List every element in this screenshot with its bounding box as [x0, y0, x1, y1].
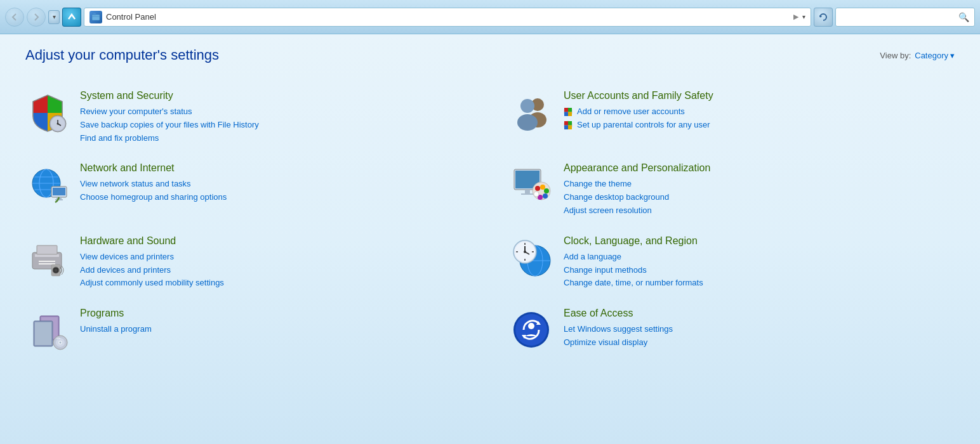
nav-dropdown-button[interactable]: ▾: [48, 10, 60, 24]
svg-rect-17: [564, 108, 568, 112]
svg-point-12: [56, 122, 58, 124]
category-system-security: System and Security Review your computer…: [25, 81, 471, 153]
svg-rect-21: [564, 121, 568, 126]
link-add-devices[interactable]: Add devices and printers: [80, 264, 471, 277]
svg-point-72: [59, 341, 61, 343]
clock-name[interactable]: Clock, Language, and Region: [564, 235, 955, 247]
system-security-name[interactable]: System and Security: [80, 90, 471, 101]
category-network: Network and Internet View network status…: [25, 153, 471, 226]
link-screen-resolution[interactable]: Adjust screen resolution: [564, 204, 955, 218]
titlebar: ▾ Control Panel ▶ ▾ 🔍: [0, 0, 980, 34]
svg-rect-20: [568, 112, 572, 117]
clock-text: Clock, Language, and Region Add a langua…: [564, 235, 955, 290]
programs-text: Programs Uninstall a program: [80, 308, 471, 336]
svg-rect-19: [564, 112, 568, 117]
svg-point-42: [543, 193, 548, 199]
link-homegroup[interactable]: Choose homegroup and sharing options: [80, 191, 471, 204]
refresh-button[interactable]: [814, 8, 833, 27]
appearance-name[interactable]: Appearance and Personalization: [564, 162, 955, 174]
back-button[interactable]: [5, 8, 24, 27]
svg-rect-18: [568, 108, 572, 112]
link-mobility-settings[interactable]: Adjust commonly used mobility settings: [80, 277, 471, 290]
svg-rect-24: [568, 126, 572, 130]
forward-button[interactable]: [27, 8, 46, 27]
up-button[interactable]: [62, 8, 81, 27]
programs-name[interactable]: Programs: [80, 308, 471, 319]
link-add-remove-accounts[interactable]: Add or remove user accounts: [564, 105, 955, 119]
ease-of-access-text: Ease of Access Let Windows suggest setti…: [564, 308, 955, 349]
svg-rect-49: [39, 263, 55, 264]
network-name[interactable]: Network and Internet: [80, 162, 471, 174]
svg-point-15: [520, 99, 534, 113]
hardware-name[interactable]: Hardware and Sound: [80, 235, 471, 247]
user-accounts-text: User Accounts and Family Safety Add or r…: [564, 90, 955, 132]
link-visual-display[interactable]: Optimize visual display: [564, 336, 955, 349]
programs-icon: [25, 308, 70, 352]
link-date-time[interactable]: Change date, time, or number formats: [564, 277, 955, 290]
system-security-text: System and Security Review your computer…: [80, 90, 471, 145]
link-view-devices[interactable]: View devices and printers: [80, 251, 471, 264]
link-change-theme[interactable]: Change the theme: [564, 178, 955, 191]
svg-rect-1: [93, 13, 96, 15]
svg-point-64: [524, 251, 526, 253]
svg-point-77: [528, 323, 534, 329]
address-dropdown[interactable]: ▾: [802, 13, 805, 20]
svg-rect-31: [53, 188, 65, 195]
svg-point-44: [534, 192, 539, 197]
breadcrumb-arrow: ▶: [793, 13, 798, 21]
category-programs: Programs Uninstall a program: [25, 299, 471, 361]
svg-rect-0: [92, 15, 100, 20]
user-accounts-icon: [509, 90, 553, 134]
svg-point-40: [540, 185, 545, 190]
address-icon: [89, 11, 102, 23]
view-by: View by: Category ▾: [880, 51, 955, 60]
link-windows-suggest[interactable]: Let Windows suggest settings: [564, 323, 955, 336]
hardware-text: Hardware and Sound View devices and prin…: [80, 235, 471, 290]
search-bar[interactable]: 🔍: [835, 8, 975, 27]
ease-of-access-name[interactable]: Ease of Access: [564, 308, 955, 319]
link-desktop-bg[interactable]: Change desktop background: [564, 191, 955, 204]
category-appearance: Appearance and Personalization Change th…: [509, 153, 955, 226]
svg-rect-46: [35, 254, 59, 257]
link-backup[interactable]: Save backup copies of your files with Fi…: [80, 119, 471, 132]
svg-rect-23: [564, 126, 568, 130]
svg-rect-48: [39, 261, 55, 262]
link-add-language[interactable]: Add a language: [564, 251, 955, 264]
categories-grid: System and Security Review your computer…: [25, 81, 955, 361]
svg-rect-33: [55, 199, 63, 200]
link-fix-problems[interactable]: Find and fix problems: [80, 132, 471, 145]
ease-of-access-icon: [509, 308, 553, 352]
network-icon: [25, 162, 70, 207]
link-input-methods[interactable]: Change input methods: [564, 264, 955, 277]
search-icon[interactable]: 🔍: [958, 12, 969, 22]
page-title: Adjust your computer's settings: [25, 47, 219, 63]
svg-rect-37: [521, 193, 534, 195]
clock-icon: [509, 235, 553, 280]
svg-rect-47: [37, 245, 57, 254]
svg-rect-68: [35, 322, 51, 345]
view-by-chevron: ▾: [950, 51, 955, 60]
address-text: Control Panel: [106, 12, 790, 22]
system-security-icon: [25, 90, 70, 134]
view-by-label: View by:: [880, 51, 911, 60]
link-network-status[interactable]: View network status and tasks: [80, 178, 471, 191]
search-input[interactable]: [841, 12, 955, 22]
appearance-text: Appearance and Personalization Change th…: [564, 162, 955, 217]
link-review-status[interactable]: Review your computer's status: [80, 105, 471, 119]
view-by-dropdown[interactable]: Category ▾: [915, 51, 955, 60]
appearance-icon: [509, 162, 553, 207]
main-content: Adjust your computer's settings View by:…: [0, 34, 980, 444]
category-clock: Clock, Language, and Region Add a langua…: [509, 226, 955, 299]
address-bar[interactable]: Control Panel ▶ ▾: [84, 8, 811, 27]
category-hardware: Hardware and Sound View devices and prin…: [25, 226, 471, 299]
hardware-icon: [25, 235, 70, 280]
link-uninstall[interactable]: Uninstall a program: [80, 323, 471, 336]
link-parental-controls[interactable]: Set up parental controls for any user: [564, 119, 955, 132]
page-header: Adjust your computer's settings View by:…: [25, 47, 955, 63]
svg-point-52: [54, 269, 57, 272]
user-accounts-name[interactable]: User Accounts and Family Safety: [564, 90, 955, 101]
category-ease-of-access: Ease of Access Let Windows suggest setti…: [509, 299, 955, 361]
svg-point-16: [517, 114, 538, 131]
category-user-accounts: User Accounts and Family Safety Add or r…: [509, 81, 955, 153]
svg-rect-22: [568, 121, 572, 126]
